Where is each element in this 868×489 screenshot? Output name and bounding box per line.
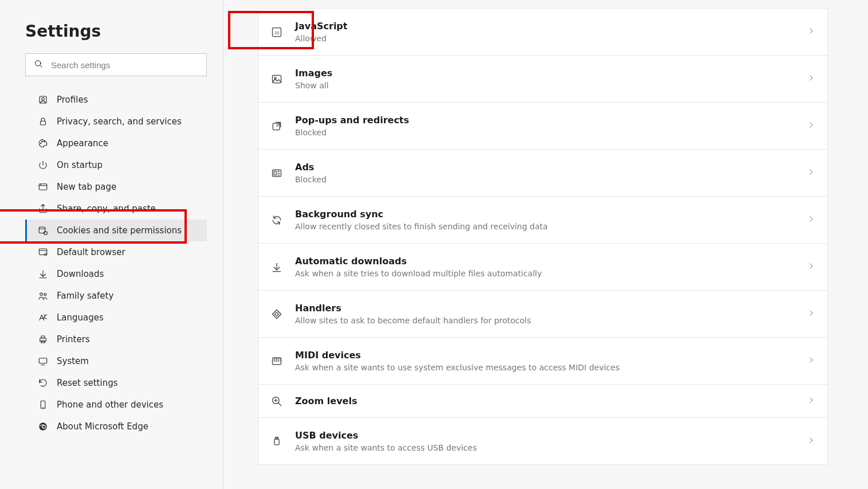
svg-rect-15 <box>39 249 47 255</box>
family-icon <box>37 290 49 302</box>
edge-icon <box>37 421 49 432</box>
nav-printers[interactable]: Printers <box>25 328 207 350</box>
permission-sub: Allow sites to ask to become default han… <box>295 316 807 325</box>
nav-system[interactable]: System <box>25 350 207 372</box>
svg-point-0 <box>36 61 41 66</box>
permission-sub: Ask when a site wants to access USB devi… <box>295 443 807 452</box>
permission-title: Zoom levels <box>295 396 807 406</box>
nav-label: System <box>57 356 201 366</box>
permission-midi[interactable]: MIDI devices Ask when a site wants to us… <box>258 337 827 384</box>
permission-text: Pop-ups and redirects Blocked <box>295 115 807 137</box>
download-icon <box>37 268 49 280</box>
javascript-icon: JS <box>270 25 284 39</box>
permission-text: Automatic downloads Ask when a site trie… <box>295 256 807 278</box>
svg-rect-26 <box>39 358 47 363</box>
search-settings-input[interactable] <box>51 60 198 70</box>
lock-icon <box>37 116 49 127</box>
appearance-icon <box>37 138 49 149</box>
nav-label: Cookies and site permissions <box>57 225 201 236</box>
permission-zoom[interactable]: Zoom levels <box>258 384 827 417</box>
chevron-right-icon <box>807 355 816 367</box>
svg-marker-44 <box>275 312 279 316</box>
site-permissions-icon <box>37 225 49 236</box>
nav-privacy[interactable]: Privacy, search, and services <box>25 111 207 132</box>
nav-family[interactable]: Family safety <box>25 285 207 307</box>
chevron-right-icon <box>807 26 816 38</box>
ads-icon <box>270 166 284 180</box>
nav-label: Phone and other devices <box>57 400 201 410</box>
system-icon <box>37 355 49 367</box>
svg-text:JS: JS <box>274 30 280 36</box>
permission-text: JavaScript Allowed <box>295 21 807 43</box>
svg-rect-45 <box>273 358 281 365</box>
search-settings-box[interactable] <box>25 53 207 76</box>
permission-title: Automatic downloads <box>295 256 807 267</box>
nav-label: Downloads <box>57 269 201 279</box>
svg-point-5 <box>41 143 42 144</box>
permission-text: MIDI devices Ask when a site wants to us… <box>295 350 807 372</box>
download-icon <box>270 260 284 274</box>
svg-line-1 <box>40 65 42 67</box>
permission-ads[interactable]: Ads Blocked <box>258 149 827 196</box>
permission-images[interactable]: Images Show all <box>258 55 827 102</box>
nav-about[interactable]: About Microsoft Edge <box>25 416 207 437</box>
chevron-right-icon <box>807 308 816 320</box>
svg-rect-55 <box>274 439 279 444</box>
chevron-right-icon <box>807 396 816 407</box>
svg-rect-24 <box>41 336 45 338</box>
svg-point-10 <box>41 185 41 185</box>
permission-popups[interactable]: Pop-ups and redirects Blocked <box>258 102 827 149</box>
nav-share[interactable]: Share, copy, and paste <box>25 198 207 220</box>
nav-label: Share, copy, and paste <box>57 204 201 214</box>
nav-default-browser[interactable]: Default browser <box>25 241 207 263</box>
nav-cookies-permissions[interactable]: Cookies and site permissions <box>25 220 207 241</box>
nav-appearance[interactable]: Appearance <box>25 132 207 154</box>
permission-sub: Ask when a site tries to download multip… <box>295 269 807 278</box>
nav-label: New tab page <box>57 182 201 192</box>
svg-rect-33 <box>273 75 281 83</box>
usb-icon <box>270 435 284 448</box>
settings-title: Settings <box>25 22 207 41</box>
permission-usb[interactable]: USB devices Ask when a site wants to acc… <box>258 417 827 464</box>
nav-label: Appearance <box>57 138 201 148</box>
settings-sidebar: Settings Profiles Privacy, search, and s… <box>0 0 223 489</box>
permission-title: Images <box>295 68 807 79</box>
nav-phone[interactable]: Phone and other devices <box>25 394 207 416</box>
nav-label: Family safety <box>57 291 201 301</box>
chevron-right-icon <box>807 436 816 447</box>
popup-icon <box>270 119 284 133</box>
printer-icon <box>37 334 49 345</box>
zoom-icon <box>270 394 284 408</box>
svg-point-21 <box>44 294 46 296</box>
tab-icon <box>37 181 49 193</box>
permission-text: Ads Blocked <box>295 162 807 184</box>
reset-icon <box>37 377 49 389</box>
permission-text: USB devices Ask when a site wants to acc… <box>295 430 807 452</box>
language-icon <box>37 312 49 323</box>
nav-downloads[interactable]: Downloads <box>25 263 207 285</box>
power-icon <box>37 159 49 171</box>
nav-label: Languages <box>57 312 201 323</box>
permission-sub: Show all <box>295 81 807 90</box>
permission-auto-downloads[interactable]: Automatic downloads Ask when a site trie… <box>258 243 827 290</box>
permission-title: JavaScript <box>295 21 807 32</box>
svg-rect-37 <box>274 171 276 175</box>
svg-rect-4 <box>41 121 46 125</box>
chevron-right-icon <box>807 120 816 132</box>
search-icon <box>34 59 43 71</box>
nav-profiles[interactable]: Profiles <box>25 89 207 111</box>
nav-startup[interactable]: On startup <box>25 154 207 176</box>
permission-background-sync[interactable]: Background sync Allow recently closed si… <box>258 196 827 243</box>
nav-reset[interactable]: Reset settings <box>25 372 207 394</box>
permission-title: USB devices <box>295 430 807 441</box>
permission-javascript[interactable]: JS JavaScript Allowed <box>258 8 827 55</box>
nav-languages[interactable]: Languages <box>25 307 207 328</box>
svg-point-20 <box>40 293 43 296</box>
nav-new-tab[interactable]: New tab page <box>25 176 207 198</box>
nav-label: Profiles <box>57 95 201 105</box>
chevron-right-icon <box>807 214 816 226</box>
svg-point-3 <box>42 97 45 100</box>
permission-sub: Allowed <box>295 34 807 43</box>
permission-title: Ads <box>295 162 807 173</box>
permission-handlers[interactable]: Handlers Allow sites to ask to become de… <box>258 290 827 337</box>
